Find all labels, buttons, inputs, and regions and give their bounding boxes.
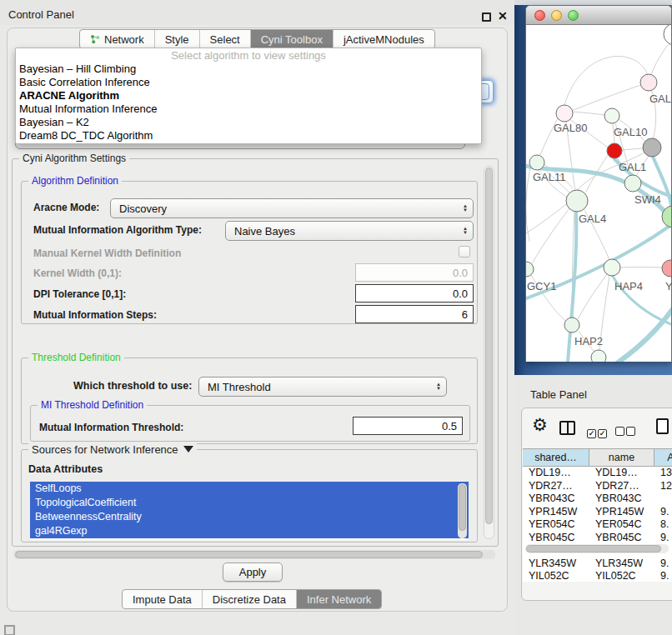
network-node[interactable] <box>591 350 606 362</box>
column-header-name[interactable]: name <box>589 449 654 466</box>
network-node-gal10[interactable] <box>604 108 619 123</box>
settings-horizontal-scrollbar[interactable] <box>13 550 495 559</box>
table-cell: YIL052C <box>523 570 589 582</box>
network-node-gal11[interactable] <box>529 155 544 170</box>
apply-button[interactable]: Apply <box>223 562 283 582</box>
minimize-traffic-light-icon[interactable] <box>551 10 562 21</box>
table-cell: YER054C <box>589 518 654 532</box>
attribute-item[interactable]: BetweennessCentrality <box>30 510 469 524</box>
algorithm-option[interactable]: ARACNE Algorithm <box>16 89 481 102</box>
combo-arrows-icon: ▲▼ <box>463 204 468 212</box>
table-cell: YDR27… <box>589 480 654 493</box>
attribute-item[interactable]: SelfLoops <box>30 482 469 496</box>
node-label: GAL <box>649 92 671 105</box>
tab-style[interactable]: Style <box>155 30 200 48</box>
network-node-swi4[interactable] <box>624 175 641 192</box>
column-header-a[interactable]: A <box>654 449 672 466</box>
close-icon[interactable]: ✕ <box>498 9 508 22</box>
algorithm-option[interactable]: Bayesian – K2 <box>16 116 481 129</box>
dpi-tolerance-input[interactable] <box>355 284 474 302</box>
which-threshold-select[interactable]: MI Threshold ▲▼ <box>198 377 447 397</box>
aracne-mode-value: Discovery <box>119 202 167 215</box>
tab-infer-network[interactable]: Infer Network <box>297 590 381 608</box>
table-cell: 9. <box>654 558 672 571</box>
panel-title: Control Panel <box>8 8 74 21</box>
network-node-hap2[interactable] <box>564 318 579 332</box>
table-cell: YDR27… <box>523 480 589 493</box>
float-window-icon[interactable] <box>482 12 491 22</box>
tab-jactivemnodules[interactable]: jActiveMNodules <box>333 30 434 48</box>
zoom-traffic-light-icon[interactable] <box>568 10 579 21</box>
deselect-all-columns-icon[interactable] <box>615 424 637 439</box>
settings-vertical-scrollbar[interactable] <box>484 166 494 539</box>
table-horizontal-scrollbar[interactable] <box>525 544 669 553</box>
table-cell: YLR345W <box>523 558 589 571</box>
tab-cyni-toolbox[interactable]: Cyni Toolbox <box>251 30 333 48</box>
export-table-icon[interactable] <box>656 418 669 434</box>
table-row[interactable]: YDL19…YDL19…13 <box>523 467 672 480</box>
network-node-y[interactable] <box>662 260 671 277</box>
algorithm-option[interactable]: Basic Correlation Inference <box>16 76 481 89</box>
table-cell: 8. <box>654 518 672 532</box>
table-cell: YPR145W <box>589 506 654 519</box>
sources-group-title[interactable]: Sources for Network Inference <box>28 443 197 456</box>
teal-edges <box>526 157 671 362</box>
table-row[interactable]: YDR27…YDR27…12 <box>523 480 672 493</box>
minimized-panel-icon[interactable] <box>4 625 15 635</box>
network-node-gal4[interactable] <box>566 190 588 212</box>
cyni-algorithm-settings-group: Cyni Algorithm Settings Algorithm Defini… <box>12 158 499 547</box>
network-node-gcy1[interactable] <box>526 262 534 277</box>
network-node[interactable] <box>607 143 622 158</box>
tab-discretize-data[interactable]: Discretize Data <box>203 590 297 608</box>
mi-threshold-input[interactable] <box>353 417 463 435</box>
attribute-item[interactable]: gal4RGexp <box>30 524 469 538</box>
node-label: GAL4 <box>579 212 606 225</box>
table-header-row: shared…nameA <box>523 448 672 467</box>
network-window-titlebar[interactable] <box>526 6 671 25</box>
settings-group-title: Cyni Algorithm Settings <box>19 152 129 164</box>
algorithm-option[interactable]: Dream8 DC_TDC Algorithm <box>16 129 481 142</box>
table-cell: 9. <box>654 570 672 582</box>
table-row[interactable]: YPR145WYPR145W9. <box>523 506 672 519</box>
network-node-gal[interactable] <box>640 74 657 91</box>
tab-label: Style <box>165 33 189 46</box>
table-row[interactable]: YLR345WYLR345W9. <box>523 558 672 571</box>
kernel-width-input[interactable] <box>355 263 474 282</box>
tab-label: Network <box>104 33 144 46</box>
network-graph[interactable]: GALGAL80GAL10GAL1GAL11SWI4GAL4GCY1HAP4YH… <box>526 25 671 362</box>
tab-select[interactable]: Select <box>200 30 251 48</box>
table-row[interactable]: YBR045CYBR045C9. <box>523 532 672 545</box>
table-row[interactable]: YER054CYER054C8. <box>523 518 672 532</box>
mi-steps-input[interactable] <box>355 305 474 323</box>
tab-impute-data[interactable]: Impute Data <box>123 590 203 608</box>
table-cell: YBR043C <box>589 492 654 506</box>
network-node-hap4[interactable] <box>604 259 620 276</box>
split-columns-icon[interactable] <box>559 421 575 435</box>
aracne-mode-select[interactable]: Discovery ▲▼ <box>110 198 474 218</box>
tab-network[interactable]: Network <box>80 30 155 48</box>
table-row[interactable]: YIL052CYIL052C9. <box>523 570 672 582</box>
network-node[interactable] <box>664 25 671 45</box>
mi-steps-label: Mutual Information Steps: <box>33 309 157 321</box>
mi-type-select[interactable]: Naive Bayes ▲▼ <box>225 221 474 241</box>
data-attributes-list[interactable]: SelfLoopsTopologicalCoefficientBetweenne… <box>30 482 469 540</box>
mi-threshold-label: Mutual Information Threshold: <box>39 422 183 433</box>
table-row[interactable]: YBR043CYBR043C <box>523 492 672 506</box>
network-node-gal80[interactable] <box>556 105 573 122</box>
gear-icon[interactable]: ⚙ <box>532 415 548 435</box>
table-cell: YDL19… <box>523 467 589 480</box>
table-cell: YBR045C <box>589 532 654 545</box>
attribute-item[interactable]: TopologicalCoefficient <box>30 496 469 510</box>
select-all-columns-icon[interactable]: ✓✓ <box>587 424 609 439</box>
table-cell: 9. <box>654 506 672 519</box>
manual-kernel-checkbox[interactable] <box>459 246 470 258</box>
column-header-shared[interactable]: shared… <box>523 449 589 466</box>
network-node[interactable] <box>643 138 661 157</box>
algorithm-definition-title: Algorithm Definition <box>28 175 122 187</box>
attributes-scrollbar[interactable] <box>458 483 467 538</box>
algorithm-option[interactable]: Mutual Information Inference <box>16 102 481 116</box>
close-traffic-light-icon[interactable] <box>534 10 545 21</box>
algorithm-option[interactable]: Bayesian – Hill Climbing <box>16 62 481 76</box>
network-canvas[interactable]: GALGAL80GAL10GAL1GAL11SWI4GAL4GCY1HAP4YH… <box>526 25 671 362</box>
node-label: GCY1 <box>527 280 556 292</box>
